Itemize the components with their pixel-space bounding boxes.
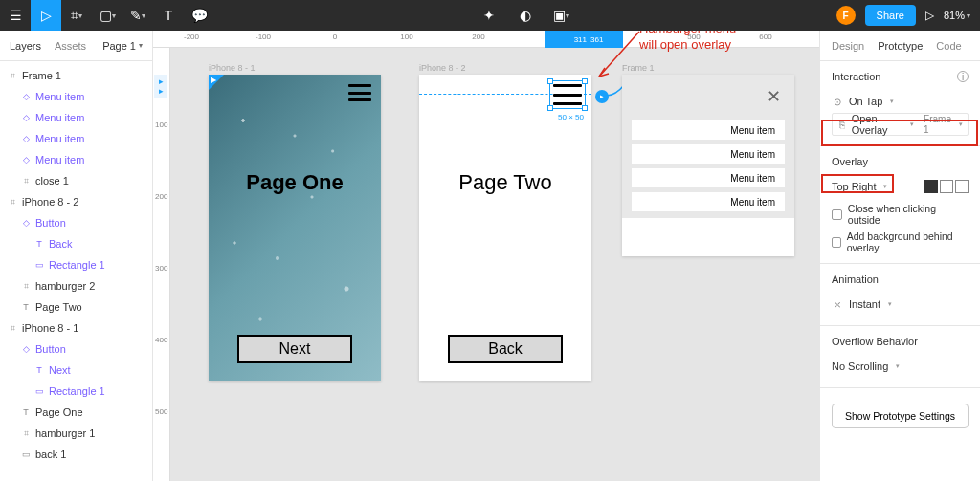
checkbox-bg-overlay[interactable]: Add background behind overlay [832, 230, 969, 253]
overlay-position[interactable]: Top Right▾ [832, 175, 969, 198]
canvas-area[interactable]: -200 -100 0 100 200 311 361 500 600 100 … [153, 31, 819, 481]
section-animation: Animation [832, 273, 879, 285]
selection-dimensions: 50 × 50 [558, 113, 584, 121]
component-tool[interactable]: ✦ [474, 0, 504, 31]
page-selector[interactable]: Page 1▾ [102, 40, 143, 52]
hamburger-icon[interactable] [348, 84, 371, 101]
comment-tool[interactable]: 💬 [184, 0, 214, 31]
artboard-iphone2[interactable]: 50 × 50 Page Two Back [419, 75, 591, 381]
avatar[interactable]: F [836, 6, 856, 25]
layer-menu-item[interactable]: ◇Menu item [0, 107, 152, 128]
section-interaction: Interaction [832, 71, 880, 82]
zoom-control[interactable]: 81%▾ [944, 10, 970, 21]
layers-tree: ⌗Frame 1 ◇Menu item ◇Menu item ◇Menu ite… [0, 61, 152, 481]
prototype-connector-node[interactable] [595, 90, 609, 103]
layer-hamburger1[interactable]: ⌗hamburger 1 [0, 423, 152, 444]
hamburger-icon[interactable] [553, 84, 582, 105]
top-toolbar: ☰ ▷ ⌗▾ ▢▾ ✎▾ T 💬 ✦ ◐ ▣▾ F Share ▷ 81%▾ [0, 0, 980, 31]
layer-button[interactable]: ◇Button [0, 212, 152, 233]
layer-back1[interactable]: ▭back 1 [0, 444, 152, 465]
menu-item[interactable]: Menu item [632, 120, 785, 140]
ruler-vertical: 100 200 300 400 500 600 [153, 48, 170, 481]
page-title: Page One [209, 170, 381, 195]
artboard-iphone1[interactable]: ▶ Page One Next [209, 75, 381, 381]
layer-back-text[interactable]: TBack [0, 233, 152, 254]
layer-menu-item[interactable]: ◇Menu item [0, 149, 152, 170]
menu-item[interactable]: Menu item [632, 168, 785, 187]
menu-item[interactable]: Menu item [632, 144, 785, 164]
layer-rect1[interactable]: ▭Rectangle 1 [0, 381, 152, 402]
layer-frame1[interactable]: ⌗Frame 1 [0, 65, 152, 86]
tab-code[interactable]: Code [936, 40, 961, 52]
move-tool[interactable]: ▷ [31, 0, 61, 31]
pen-tool[interactable]: ✎▾ [122, 0, 153, 31]
present-button[interactable]: ▷ [925, 9, 934, 22]
tab-assets[interactable]: Assets [55, 40, 86, 52]
tab-layers[interactable]: Layers [10, 40, 41, 52]
section-overflow: Overflow Behavior [832, 336, 918, 347]
overlay-align-icons[interactable] [924, 180, 969, 193]
layer-iphone2[interactable]: ⌗iPhone 8 - 2 [0, 191, 152, 212]
page-title: Page Two [419, 170, 591, 195]
right-panel: Design Prototype Code Interaction i ⊙On … [819, 31, 980, 481]
ruler-selection-start: 311 [545, 31, 589, 48]
menu-item[interactable]: Menu item [632, 192, 785, 211]
layer-pageone-text[interactable]: TPage One [0, 402, 152, 423]
layer-hamburger2[interactable]: ⌗hamburger 2 [0, 275, 152, 296]
layer-rect1[interactable]: ▭Rectangle 1 [0, 254, 152, 275]
tab-design[interactable]: Design [832, 40, 864, 52]
layer-iphone1[interactable]: ⌗iPhone 8 - 1 [0, 317, 152, 339]
trigger-row[interactable]: ⊙On Tap▾ [832, 90, 969, 113]
mask-tool[interactable]: ◐ [510, 0, 541, 31]
animation-value[interactable]: ⤬Instant▾ [832, 293, 969, 316]
boolean-tool[interactable]: ▣▾ [546, 0, 577, 31]
frame-label[interactable]: iPhone 8 - 1 [209, 63, 256, 73]
layer-menu-item[interactable]: ◇Menu item [0, 128, 152, 149]
layer-button[interactable]: ◇Button [0, 339, 152, 360]
frame-label[interactable]: iPhone 8 - 2 [419, 63, 466, 73]
main-menu-button[interactable]: ☰ [0, 0, 31, 31]
text-tool[interactable]: T [153, 0, 184, 31]
info-icon[interactable]: i [957, 71, 969, 82]
layer-next-text[interactable]: TNext [0, 360, 152, 381]
overflow-value[interactable]: No Scrolling▾ [832, 355, 969, 378]
next-button[interactable]: Next [237, 335, 352, 363]
layer-menu-item[interactable]: ◇Menu item [0, 86, 152, 107]
left-panel: Layers Assets Page 1▾ ⌗Frame 1 ◇Menu ite… [0, 31, 153, 481]
close-icon[interactable]: ✕ [767, 86, 781, 107]
share-button[interactable]: Share [865, 5, 916, 26]
menu-list: Menu item Menu item Menu item Menu item [632, 120, 785, 216]
tab-prototype[interactable]: Prototype [878, 40, 923, 52]
flow-start-marker[interactable]: ▸ [154, 84, 167, 98]
artboard-frame1[interactable]: ✕ Menu item Menu item Menu item Menu ite… [622, 75, 794, 256]
section-overlay: Overlay [832, 156, 868, 167]
action-row[interactable]: ⎘Open Overlay▾ Frame 1▾ [832, 113, 969, 136]
back-button[interactable]: Back [448, 335, 563, 363]
layer-close1[interactable]: ⌗close 1 [0, 170, 152, 191]
annotation-text: Hamburger menu will open overlay [639, 31, 736, 54]
show-prototype-settings-button[interactable]: Show Prototype Settings [832, 404, 969, 428]
frame-tool[interactable]: ⌗▾ [61, 0, 92, 31]
layer-pagetwo-text[interactable]: TPage Two [0, 296, 152, 317]
shape-tool[interactable]: ▢▾ [92, 0, 122, 31]
checkbox-close-outside[interactable]: Close when clicking outside [832, 203, 969, 226]
